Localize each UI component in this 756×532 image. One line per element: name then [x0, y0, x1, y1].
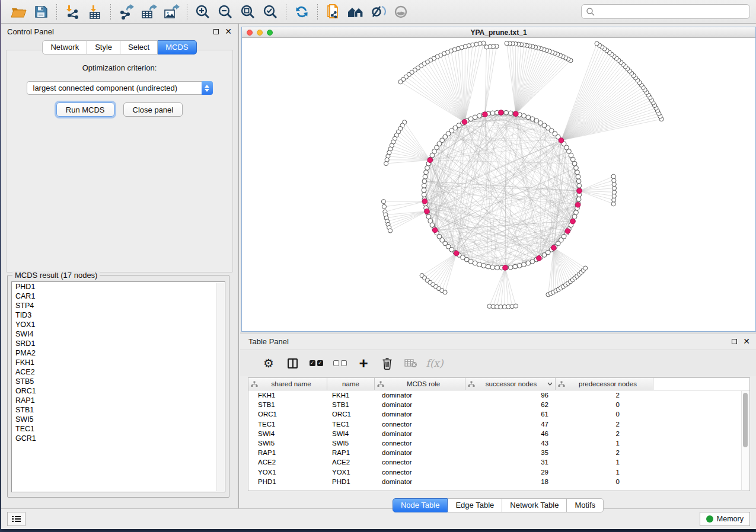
table-row[interactable]: ORC1ORC1dominator610: [248, 409, 749, 419]
zoom-fit-button[interactable]: [237, 2, 259, 21]
search-input[interactable]: [595, 6, 749, 18]
mcds-result-item[interactable]: CAR1: [12, 291, 225, 301]
run-mcds-button[interactable]: Run MCDS: [56, 102, 114, 117]
window-close-icon[interactable]: [247, 30, 253, 36]
mcds-result-item[interactable]: FKH1: [12, 358, 225, 367]
mcds-result-item[interactable]: TID3: [12, 310, 225, 320]
mcds-result-item[interactable]: STP4: [12, 301, 225, 310]
float-table-panel-icon[interactable]: [732, 339, 737, 344]
network-window-titlebar[interactable]: YPA_prune.txt_1: [242, 27, 755, 38]
tab-node-table[interactable]: Node Table: [393, 498, 448, 512]
function-builder-button-disabled[interactable]: f(x): [423, 353, 446, 373]
select-all-button[interactable]: ✓✓: [304, 353, 328, 373]
refresh-view-button[interactable]: [291, 2, 313, 21]
network-file-share-button[interactable]: [322, 2, 344, 21]
table-vertical-scrollbar[interactable]: [741, 391, 749, 490]
control-panel: Control Panel ✕ Network Style Select MCD…: [1, 24, 239, 508]
search-field[interactable]: [581, 4, 750, 19]
delete-table-button-disabled[interactable]: [399, 353, 423, 373]
close-panel-icon[interactable]: ✕: [225, 29, 232, 34]
zoom-in-button[interactable]: [192, 2, 214, 21]
mcds-result-item[interactable]: YOX1: [12, 320, 225, 329]
mcds-result-item[interactable]: GCR1: [12, 434, 225, 443]
mcds-result-item[interactable]: SWI4: [12, 329, 225, 339]
tab-network[interactable]: Network: [42, 40, 87, 55]
table-cell: PHD1: [248, 478, 327, 485]
import-table-icon: [87, 4, 103, 20]
network-canvas[interactable]: [242, 39, 755, 331]
export-table-button[interactable]: [138, 2, 160, 21]
column-header-successor-nodes[interactable]: successor nodes: [465, 378, 556, 390]
mcds-list-scrollbar[interactable]: [216, 283, 224, 491]
show-columns-button[interactable]: [280, 353, 304, 373]
table-cell: dominator: [375, 478, 465, 485]
mcds-result-list[interactable]: PHD1CAR1STP4TID3YOX1SWI4SRD1PMA2FKH1ACE2…: [11, 281, 225, 492]
network-view-window: YPA_prune.txt_1: [241, 27, 756, 332]
table-row[interactable]: SWI4SWI4dominator462: [248, 429, 749, 438]
table-row[interactable]: FKH1FKH1dominator962: [248, 390, 749, 400]
add-row-button[interactable]: +: [352, 353, 375, 373]
tab-mcds[interactable]: MCDS: [158, 40, 196, 55]
table-row[interactable]: ACE2ACE2connector311: [248, 457, 749, 467]
mcds-result-item[interactable]: PHD1: [12, 282, 225, 291]
show-selected-button[interactable]: [390, 2, 412, 21]
column-header-mcds-role[interactable]: MCDS role: [375, 378, 465, 390]
table-row[interactable]: SWI5SWI5connector431: [248, 438, 749, 448]
mcds-result-group: MCDS result (17 nodes) PHD1CAR1STP4TID3Y…: [7, 275, 229, 498]
window-minimize-icon[interactable]: [257, 30, 263, 36]
mcds-result-item[interactable]: STB5: [12, 377, 225, 386]
scrollbar-thumb[interactable]: [743, 393, 748, 447]
zoom-selected-button[interactable]: [259, 2, 282, 21]
import-network-icon: [65, 4, 80, 20]
tab-network-table[interactable]: Network Table: [502, 498, 567, 512]
attribute-icon: [558, 381, 565, 387]
import-table-button[interactable]: [84, 2, 106, 21]
home-button[interactable]: [344, 2, 367, 21]
mcds-result-item[interactable]: TEC1: [12, 424, 225, 434]
close-table-panel-icon[interactable]: ✕: [743, 339, 750, 344]
column-header-name[interactable]: name: [327, 378, 375, 390]
save-session-button[interactable]: [30, 2, 52, 21]
table-row[interactable]: TEC1TEC1connector472: [248, 419, 749, 429]
export-network-button[interactable]: [115, 2, 138, 21]
table-row[interactable]: RAP1RAP1dominator352: [248, 448, 749, 457]
tab-motifs[interactable]: Motifs: [567, 498, 604, 512]
close-panel-button[interactable]: Close panel: [123, 102, 183, 117]
float-panel-icon[interactable]: [213, 29, 219, 34]
table-row[interactable]: PHD1PHD1dominator180: [248, 477, 749, 486]
mcds-result-item[interactable]: STB1: [12, 405, 225, 415]
table-row[interactable]: YOX1YOX1connector291: [248, 467, 749, 477]
mcds-result-item[interactable]: SWI5: [12, 415, 225, 424]
window-maximize-icon[interactable]: [267, 30, 273, 36]
mcds-result-item[interactable]: PMA2: [12, 348, 225, 358]
column-header-predecessor-nodes[interactable]: predecessor nodes: [556, 378, 653, 390]
delete-row-button[interactable]: [375, 353, 399, 373]
table-cell: PHD1: [327, 478, 375, 485]
mcds-result-item[interactable]: RAP1: [12, 396, 225, 405]
memory-button[interactable]: Memory: [700, 512, 750, 526]
network-graph[interactable]: [242, 39, 755, 331]
open-file-button[interactable]: [7, 2, 30, 21]
tab-edge-table[interactable]: Edge Table: [448, 498, 502, 512]
hide-selected-button[interactable]: [367, 2, 390, 21]
mcds-result-item[interactable]: ACE2: [12, 367, 225, 377]
deselect-all-icon: [333, 360, 347, 366]
table-settings-button[interactable]: ⚙: [257, 353, 280, 373]
import-network-button[interactable]: [61, 2, 84, 21]
tab-select[interactable]: Select: [120, 40, 158, 55]
dropdown-stepper-icon: [202, 81, 213, 95]
attribute-icon: [377, 381, 384, 387]
criterion-dropdown[interactable]: largest connected component (undirected): [27, 81, 213, 95]
table-cell: SWI4: [248, 430, 327, 437]
task-history-button[interactable]: [7, 512, 25, 526]
column-header-shared-name[interactable]: shared name: [248, 378, 327, 390]
table-row[interactable]: STB1STB1dominator620: [248, 400, 749, 409]
mcds-result-item[interactable]: ORC1: [12, 386, 225, 396]
tab-style[interactable]: Style: [87, 40, 120, 55]
column-header-filler: [653, 378, 749, 390]
zoom-out-button[interactable]: [214, 2, 237, 21]
deselect-all-button[interactable]: [328, 353, 352, 373]
export-image-button[interactable]: [160, 2, 183, 21]
main-toolbar: [1, 0, 756, 24]
mcds-result-item[interactable]: SRD1: [12, 339, 225, 348]
